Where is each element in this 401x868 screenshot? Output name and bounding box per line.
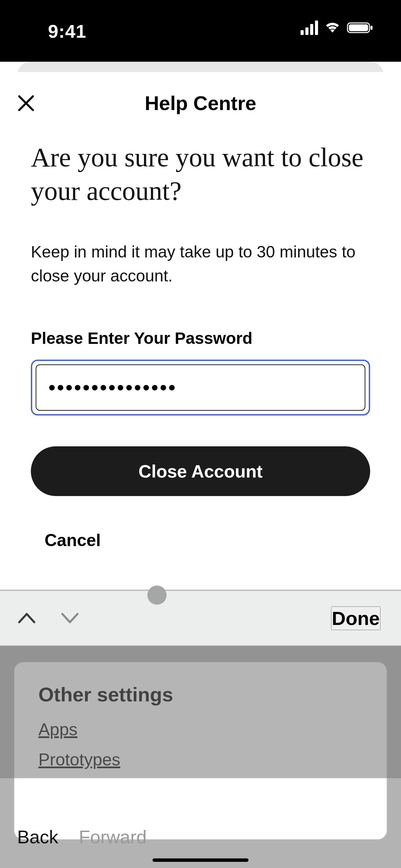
keyboard-accessory-bar: Done — [0, 590, 401, 646]
cursor-indicator-icon — [147, 586, 167, 605]
status-icons — [301, 21, 374, 35]
confirm-heading: Are you sure you want to close your acco… — [31, 141, 370, 207]
next-field-icon[interactable] — [60, 611, 80, 625]
wifi-icon — [324, 22, 341, 34]
sheet-title: Help Centre — [145, 92, 256, 114]
forward-button: Forward — [79, 826, 147, 847]
sheet-body: Are you sure you want to close your acco… — [0, 141, 401, 550]
battery-icon — [347, 22, 374, 34]
password-focus-ring — [31, 360, 370, 415]
home-indicator[interactable] — [153, 858, 248, 862]
close-icon[interactable] — [17, 94, 35, 112]
cellular-signal-icon — [301, 21, 318, 35]
status-bar: 9:41 — [0, 0, 401, 62]
dim-overlay — [0, 646, 401, 778]
keyboard-done-button[interactable]: Done — [331, 606, 380, 630]
svg-rect-1 — [349, 24, 368, 31]
back-button[interactable]: Back — [17, 826, 58, 847]
svg-rect-2 — [370, 26, 373, 30]
confirm-subtext: Keep in mind it may take up to 30 minute… — [31, 240, 370, 288]
prev-field-icon[interactable] — [17, 611, 36, 625]
cancel-button[interactable]: Cancel — [31, 530, 101, 550]
status-time: 9:41 — [48, 21, 86, 42]
help-centre-sheet: Help Centre Are you sure you want to clo… — [0, 72, 401, 590]
close-account-button[interactable]: Close Account — [31, 446, 370, 496]
password-label: Please Enter Your Password — [31, 329, 370, 348]
browser-nav: Back Forward — [17, 826, 147, 847]
password-input[interactable] — [36, 364, 365, 411]
sheet-header: Help Centre — [0, 72, 401, 134]
